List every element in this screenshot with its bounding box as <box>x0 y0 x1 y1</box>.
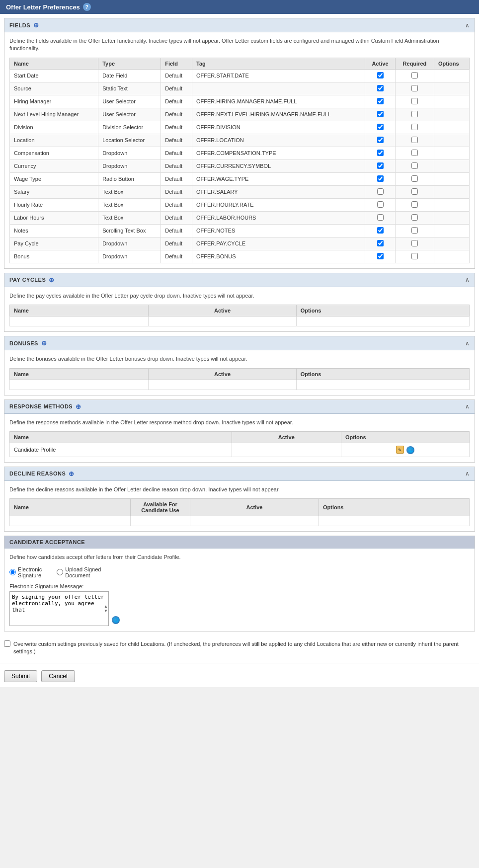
active-checkbox[interactable] <box>377 150 384 156</box>
pay-cycles-add-icon[interactable]: ⊕ <box>49 276 55 284</box>
sig-textarea-wrapper: By signing your offer letter electronica… <box>9 591 109 626</box>
field-required[interactable] <box>395 134 434 147</box>
field-required[interactable] <box>395 250 434 263</box>
required-checkbox[interactable] <box>411 162 418 169</box>
pay-cycles-section-body: Define the pay cycles available in the O… <box>4 287 475 331</box>
decline-reasons-add-icon[interactable]: ⊕ <box>69 470 75 477</box>
field-active[interactable] <box>365 185 396 198</box>
rm-options[interactable]: ✎ 🌐 <box>341 443 470 457</box>
active-checkbox[interactable] <box>377 137 384 143</box>
globe-icon[interactable]: 🌐 <box>406 446 414 454</box>
required-checkbox[interactable] <box>411 85 418 91</box>
required-checkbox[interactable] <box>411 72 418 79</box>
field-active[interactable] <box>365 134 396 147</box>
active-checkbox[interactable] <box>377 201 384 208</box>
field-required[interactable] <box>395 159 434 172</box>
required-checkbox[interactable] <box>411 188 418 195</box>
radio-electronic-signature[interactable]: ElectronicSignature <box>9 566 42 578</box>
active-checkbox[interactable] <box>377 253 384 259</box>
field-name: Division <box>10 121 98 134</box>
bonuses-add-icon[interactable]: ⊕ <box>41 339 47 347</box>
field-required[interactable] <box>395 108 434 121</box>
required-checkbox[interactable] <box>411 124 418 130</box>
field-required[interactable] <box>395 69 434 82</box>
page-wrapper: Offer Letter Preferences ? FIELDS ⊕ ∧ De… <box>0 0 479 687</box>
active-checkbox[interactable] <box>377 175 384 182</box>
field-active[interactable] <box>365 237 396 250</box>
field-required[interactable] <box>395 198 434 211</box>
field-active[interactable] <box>365 211 396 224</box>
required-checkbox[interactable] <box>411 201 418 208</box>
required-checkbox[interactable] <box>411 150 418 156</box>
field-required[interactable] <box>395 211 434 224</box>
response-methods-collapse-icon[interactable]: ∧ <box>465 403 470 410</box>
overwrite-checkbox[interactable] <box>4 640 10 647</box>
field-active[interactable] <box>365 95 396 108</box>
response-methods-add-icon[interactable]: ⊕ <box>76 403 81 410</box>
pay-cycles-collapse-icon[interactable]: ∧ <box>465 276 470 283</box>
field-required[interactable] <box>395 224 434 237</box>
response-methods-section-header[interactable]: RESPONSE METHODS ⊕ ∧ <box>4 400 475 414</box>
active-checkbox[interactable] <box>377 124 384 130</box>
fields-collapse-icon[interactable]: ∧ <box>465 22 470 29</box>
active-checkbox[interactable] <box>377 227 384 234</box>
active-checkbox[interactable] <box>377 162 384 169</box>
field-active[interactable] <box>365 147 396 159</box>
required-checkbox[interactable] <box>411 98 418 104</box>
required-checkbox[interactable] <box>411 227 418 234</box>
required-checkbox[interactable] <box>411 253 418 259</box>
edit-icon[interactable]: ✎ <box>396 446 404 454</box>
active-checkbox[interactable] <box>377 72 384 79</box>
field-active[interactable] <box>365 69 396 82</box>
cancel-button[interactable]: Cancel <box>41 670 75 682</box>
field-required[interactable] <box>395 121 434 134</box>
field-required[interactable] <box>395 82 434 95</box>
field-required[interactable] <box>395 95 434 108</box>
field-active[interactable] <box>365 82 396 95</box>
pay-cycles-section: PAY CYCLES ⊕ ∧ Define the pay cycles ava… <box>4 273 475 332</box>
help-icon[interactable]: ? <box>83 3 91 11</box>
field-required[interactable] <box>395 185 434 198</box>
field-field: Default <box>161 82 192 95</box>
fields-section-body: Define the fields available in the Offer… <box>4 32 475 268</box>
table-row: Candidate Profile ✎ 🌐 <box>10 443 470 457</box>
globe-icon-sig[interactable]: 🌐 <box>112 616 120 624</box>
field-required[interactable] <box>395 172 434 185</box>
fields-section-header[interactable]: FIELDS ⊕ ∧ <box>4 18 475 32</box>
active-checkbox[interactable] <box>377 240 384 246</box>
bonuses-section-header[interactable]: BONUSES ⊕ ∧ <box>4 336 475 350</box>
field-active[interactable] <box>365 108 396 121</box>
required-checkbox[interactable] <box>411 214 418 221</box>
field-name: Location <box>10 134 98 147</box>
pc-th-active: Active <box>149 305 296 316</box>
field-active[interactable] <box>365 198 396 211</box>
radio-upload-input[interactable] <box>57 569 63 575</box>
active-checkbox[interactable] <box>377 85 384 91</box>
field-active[interactable] <box>365 250 396 263</box>
field-name: Hourly Rate <box>10 198 98 211</box>
field-required[interactable] <box>395 147 434 159</box>
bonuses-collapse-icon[interactable]: ∧ <box>465 340 470 347</box>
active-checkbox[interactable] <box>377 214 384 221</box>
submit-button[interactable]: Submit <box>4 670 37 682</box>
radio-upload-signed[interactable]: Upload SignedDocument <box>57 566 101 578</box>
required-checkbox[interactable] <box>411 137 418 143</box>
field-active[interactable] <box>365 121 396 134</box>
required-checkbox[interactable] <box>411 111 418 117</box>
fields-add-icon[interactable]: ⊕ <box>33 21 39 29</box>
required-checkbox[interactable] <box>411 175 418 182</box>
decline-reasons-collapse-icon[interactable]: ∧ <box>465 470 470 477</box>
pay-cycles-section-header[interactable]: PAY CYCLES ⊕ ∧ <box>4 273 475 287</box>
active-checkbox[interactable] <box>377 188 384 195</box>
active-checkbox[interactable] <box>377 111 384 117</box>
radio-electronic-input[interactable] <box>9 569 16 575</box>
field-active[interactable] <box>365 224 396 237</box>
decline-reasons-section-header[interactable]: DECLINE REASONS ⊕ ∧ <box>4 467 475 481</box>
active-checkbox[interactable] <box>377 98 384 104</box>
th-options: Options <box>434 58 470 69</box>
field-active[interactable] <box>365 159 396 172</box>
field-active[interactable] <box>365 172 396 185</box>
sig-message-textarea[interactable]: By signing your offer letter electronica… <box>9 591 109 626</box>
field-required[interactable] <box>395 237 434 250</box>
required-checkbox[interactable] <box>411 240 418 246</box>
